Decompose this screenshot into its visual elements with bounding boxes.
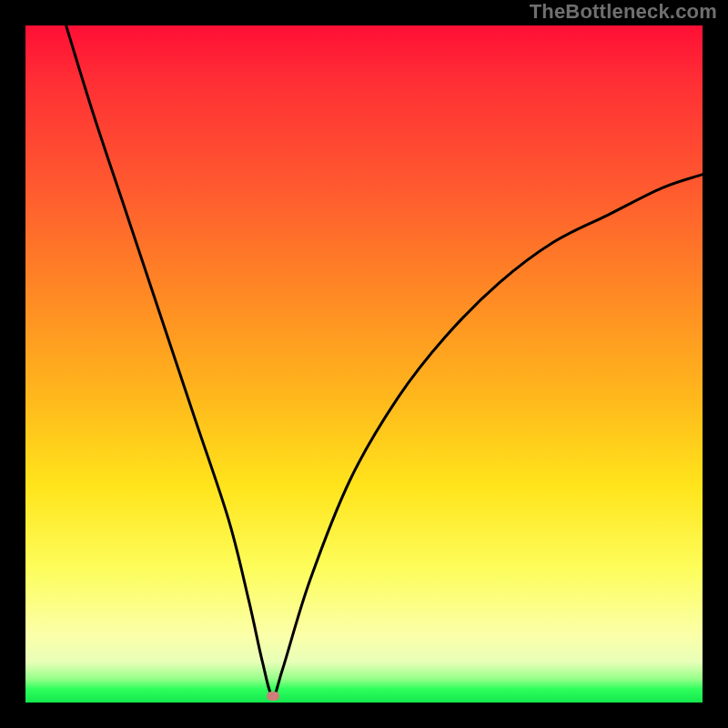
plot-area xyxy=(25,25,703,703)
chart-frame: TheBottleneck.com xyxy=(0,0,728,728)
data-curve xyxy=(25,25,703,703)
minimum-marker xyxy=(267,692,279,701)
watermark-label: TheBottleneck.com xyxy=(530,0,717,24)
